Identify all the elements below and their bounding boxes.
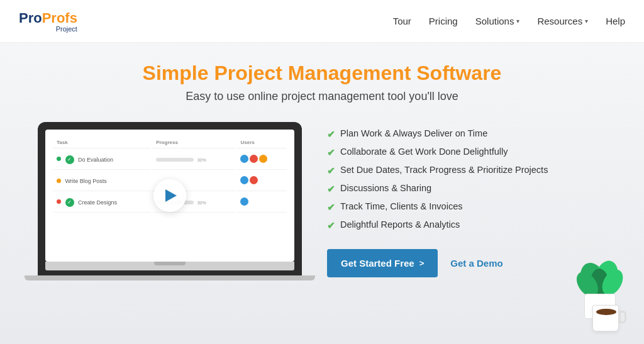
logo-pro: Pro xyxy=(19,10,42,26)
hero-body: Task Progress Users ✓ xyxy=(38,116,606,344)
video-play-button[interactable] xyxy=(153,179,186,212)
status-dot-orange xyxy=(57,179,61,183)
check-mark-icon: ✔ xyxy=(327,129,335,140)
check-mark-icon: ✔ xyxy=(327,184,335,195)
avatar-2 xyxy=(250,176,258,184)
play-icon xyxy=(165,189,177,202)
nav-tour[interactable]: Tour xyxy=(393,16,411,26)
hero-text-block: Simple Project Management Software Easy … xyxy=(38,62,606,103)
logo-project: Project xyxy=(19,25,77,33)
mug-body xyxy=(592,305,619,331)
progress-bar-bg xyxy=(156,158,194,162)
get-started-button[interactable]: Get Started Free > xyxy=(327,249,438,277)
nav-resources[interactable]: Resources ▾ xyxy=(537,16,588,26)
laptop-frame: Task Progress Users ✓ xyxy=(38,122,302,275)
mug-handle xyxy=(619,311,626,323)
avatar-1 xyxy=(240,155,248,163)
laptop-base xyxy=(45,262,294,270)
features-panel: ✔ Plan Work & Always Deliver on Time ✔ C… xyxy=(327,116,606,277)
avatar-2 xyxy=(250,155,258,163)
plant-leaves-svg xyxy=(575,250,625,300)
feature-list: ✔ Plan Work & Always Deliver on Time ✔ C… xyxy=(327,128,606,231)
table-row: ✓ Do Evaluation 30% xyxy=(53,150,287,170)
feature-item-5: ✔ Track Time, Clients & Invoices xyxy=(327,201,606,213)
get-demo-link[interactable]: Get a Demo xyxy=(450,258,502,269)
avatar-1 xyxy=(240,176,248,184)
users-cell xyxy=(236,171,287,191)
feature-text: Plan Work & Always Deliver on Time xyxy=(340,128,487,138)
users-cell xyxy=(236,192,287,213)
users-cell xyxy=(236,150,287,170)
logo-profs: Profs xyxy=(42,10,77,26)
nav-help[interactable]: Help xyxy=(606,16,625,26)
progress-text: 30% xyxy=(197,201,206,205)
status-dot-red xyxy=(57,199,61,204)
check-icon: ✓ xyxy=(65,198,74,207)
hero-subtitle: Easy to use online project management to… xyxy=(38,90,606,103)
laptop-notch xyxy=(154,262,186,265)
hero-title: Simple Project Management Software xyxy=(38,62,606,85)
logo: ProProfs Project xyxy=(19,10,77,33)
feature-text: Discussions & Sharing xyxy=(340,183,431,193)
task-cell: ✓ Create Designs xyxy=(53,192,151,213)
feature-text: Track Time, Clients & Invoices xyxy=(340,201,462,211)
feature-item-6: ✔ Delightful Reports & Analytics xyxy=(327,219,606,231)
laptop-illustration: Task Progress Users ✓ xyxy=(38,122,302,280)
col-progress: Progress xyxy=(152,137,235,148)
avatar-1 xyxy=(240,197,248,206)
solutions-chevron-icon: ▾ xyxy=(516,18,519,25)
decorative-mug xyxy=(592,305,619,331)
nav-solutions-label: Solutions xyxy=(475,16,514,26)
laptop-screen: Task Progress Users ✓ xyxy=(45,130,294,262)
check-mark-icon: ✔ xyxy=(327,220,335,231)
nav-resources-label: Resources xyxy=(537,16,582,26)
check-mark-icon: ✔ xyxy=(327,147,335,158)
task-cell: ✓ Do Evaluation xyxy=(53,150,151,170)
avatars xyxy=(240,176,258,184)
feature-text: Delightful Reports & Analytics xyxy=(340,219,460,230)
mug-coffee xyxy=(596,309,616,315)
check-mark-icon: ✔ xyxy=(327,202,335,213)
feature-text: Set Due Dates, Track Progress & Prioriti… xyxy=(340,165,548,175)
get-started-label: Get Started Free xyxy=(341,258,414,269)
col-users: Users xyxy=(236,137,287,148)
header: ProProfs Project Tour Pricing Solutions … xyxy=(0,0,644,43)
hero-section: Simple Project Management Software Easy … xyxy=(0,43,644,344)
check-icon: ✓ xyxy=(65,155,74,164)
cta-row: Get Started Free > Get a Demo xyxy=(327,249,606,277)
task-cell: Write Blog Posts xyxy=(53,171,151,191)
feature-item-1: ✔ Plan Work & Always Deliver on Time xyxy=(327,128,606,140)
main-nav: Tour Pricing Solutions ▾ Resources ▾ Hel… xyxy=(393,16,625,26)
nav-pricing[interactable]: Pricing xyxy=(429,16,458,26)
laptop-bottom xyxy=(25,275,315,280)
avatar-3 xyxy=(259,155,267,163)
status-dot-green xyxy=(57,157,61,161)
progress-cell: 30% xyxy=(152,150,235,170)
progress-text: 30% xyxy=(197,158,206,162)
col-task: Task xyxy=(53,137,151,148)
avatars xyxy=(240,155,267,163)
resources-chevron-icon: ▾ xyxy=(585,18,588,25)
feature-text: Collaborate & Get Work Done Delightfully xyxy=(340,147,508,157)
feature-item-4: ✔ Discussions & Sharing xyxy=(327,183,606,195)
feature-item-2: ✔ Collaborate & Get Work Done Delightful… xyxy=(327,147,606,158)
nav-solutions[interactable]: Solutions ▾ xyxy=(475,16,520,26)
check-mark-icon: ✔ xyxy=(327,165,335,177)
feature-item-3: ✔ Set Due Dates, Track Progress & Priori… xyxy=(327,165,606,177)
avatars xyxy=(240,197,248,206)
arrow-icon: > xyxy=(419,258,425,268)
